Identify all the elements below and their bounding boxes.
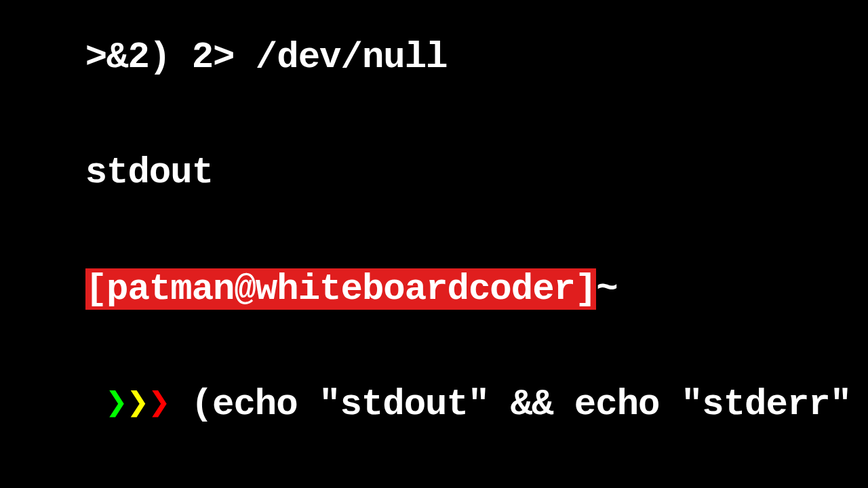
chevron-icon: ❯ [106, 384, 127, 425]
chevron-icon: ❯ [149, 384, 170, 425]
stdout-output: stdout [85, 152, 213, 193]
partial-command-continuation: >&2) 2> /dev/null [0, 0, 868, 115]
prompt-line-1: [patman@whiteboardcoder]~ [0, 232, 868, 347]
prompt-chevrons: ❯❯❯ [85, 384, 170, 425]
command-text: (echo "stdout" && echo "stderr" [170, 384, 851, 425]
user-host-prompt: [patman@whiteboardcoder] [85, 268, 597, 310]
command-line-1: ❯❯❯ (echo "stdout" && echo "stderr" [0, 347, 868, 462]
terminal-window[interactable]: >&2) 2> /dev/null stdout [patman@whitebo… [0, 0, 868, 488]
command-line-1-wrap: >&2) > /dev/null 2>&1 [0, 462, 868, 488]
command-output: stdout [0, 115, 868, 230]
command-fragment: >&2) 2> /dev/null [85, 37, 448, 78]
chevron-icon: ❯ [127, 384, 149, 425]
path-indicator: ~ [596, 268, 617, 310]
